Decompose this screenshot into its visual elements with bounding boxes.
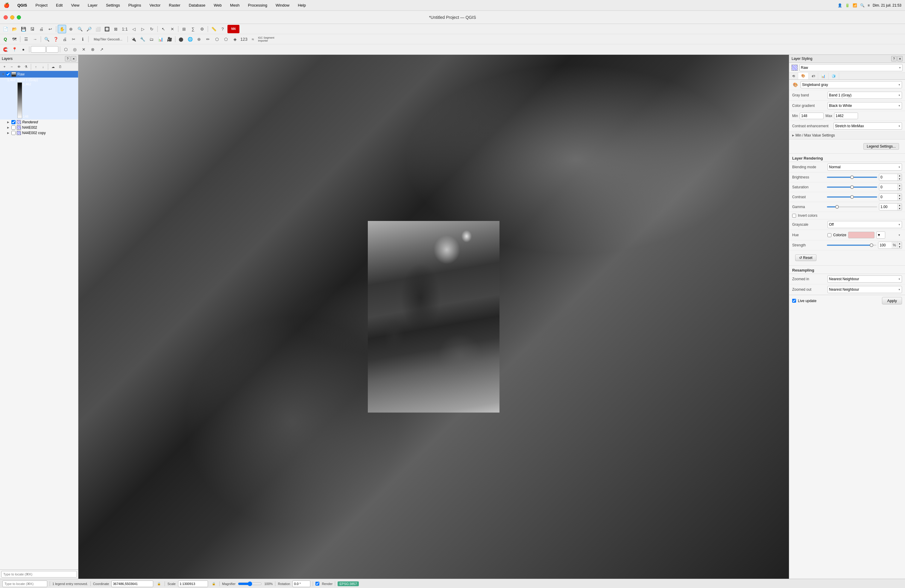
menu-settings[interactable]: Settings: [104, 2, 122, 8]
layer-raw[interactable]: ▼ Raw: [0, 71, 78, 78]
contrast-enhancement-selector[interactable]: Stretch to MinMax: [834, 122, 902, 130]
enable-snapping-btn[interactable]: 📍: [10, 45, 19, 54]
map-canvas[interactable]: [78, 55, 789, 579]
brightness-down[interactable]: ▼: [897, 177, 902, 181]
add-layer-btn[interactable]: +: [1, 64, 8, 70]
zoomed-out-select[interactable]: Nearest Neighbour Bilinear Cubic: [827, 286, 902, 293]
expand-raw[interactable]: ▼: [2, 73, 5, 76]
magnifier-slider[interactable]: [238, 582, 262, 586]
current-layer-selector[interactable]: Raw: [799, 64, 903, 71]
layer-rendered[interactable]: ▶ Rendered: [0, 119, 78, 125]
invert-colors-checkbox[interactable]: [792, 214, 796, 218]
gamma-up[interactable]: ▲: [897, 203, 902, 207]
identify-btn[interactable]: ❓: [51, 35, 60, 43]
filter-layer-btn[interactable]: ⚗: [23, 64, 29, 70]
layer-down-btn[interactable]: ↓: [40, 64, 46, 70]
control-center-icon[interactable]: ≡: [868, 3, 870, 8]
snap-unit-input[interactable]: px: [46, 46, 58, 53]
select-feature-btn[interactable]: ↖: [159, 25, 168, 33]
hue-dropdown[interactable]: ▼: [876, 231, 902, 238]
ungroup-btn[interactable]: ☁: [50, 64, 56, 70]
hue-color-picker[interactable]: [848, 232, 875, 238]
save-project-btn[interactable]: 💾: [19, 25, 27, 33]
gpx-btn[interactable]: 🗺: [10, 35, 19, 43]
tab-diagrams[interactable]: 📊: [818, 73, 829, 79]
gamma-handle[interactable]: [835, 205, 839, 209]
new-project-btn[interactable]: 📄: [1, 25, 10, 33]
strength-input[interactable]: [878, 242, 892, 248]
strength-track[interactable]: [827, 245, 876, 246]
plugin2-btn[interactable]: 🔧: [138, 35, 147, 43]
nav3-btn[interactable]: ◈: [231, 35, 239, 43]
draw-btn[interactable]: ✏: [204, 35, 212, 43]
pan-to-btn[interactable]: ⊕: [67, 25, 75, 33]
coord-btn[interactable]: ⊕: [195, 35, 203, 43]
layer-n44e002-copy[interactable]: ▶ N44E002 copy: [0, 130, 78, 136]
contrast-up[interactable]: ▲: [897, 194, 902, 197]
colorize-checkbox[interactable]: [827, 233, 831, 237]
plugin1-btn[interactable]: 🔌: [129, 35, 138, 43]
scale-lock-btn[interactable]: 🔒: [210, 580, 217, 587]
open-attr-table-btn[interactable]: ⊞: [180, 25, 188, 33]
arrow-right-btn[interactable]: →: [31, 35, 39, 43]
saturation-handle[interactable]: [850, 185, 854, 189]
reset-btn[interactable]: ↺ Reset: [795, 254, 816, 261]
settings-btn[interactable]: ⚙: [198, 25, 206, 33]
menu-help[interactable]: Help: [296, 2, 308, 8]
nav4-btn[interactable]: ≈: [249, 35, 257, 43]
saturation-track[interactable]: [827, 186, 877, 188]
nav2-btn[interactable]: ⬠: [222, 35, 230, 43]
edit-btn[interactable]: ✂: [70, 35, 78, 43]
layer-n44e002[interactable]: ▶ N44E002: [0, 125, 78, 130]
scale-input[interactable]: [178, 580, 208, 587]
gamma-down[interactable]: ▼: [897, 207, 902, 210]
menu-raster[interactable]: Raster: [167, 2, 182, 8]
zoomed-out-selector[interactable]: Nearest Neighbour Bilinear Cubic: [827, 286, 902, 293]
rotation-input[interactable]: [292, 580, 310, 587]
render-checkbox[interactable]: [316, 582, 319, 586]
contrast-enhancement-select[interactable]: Stretch to MinMax: [834, 122, 902, 130]
deselect-btn[interactable]: ✕: [168, 25, 176, 33]
styling-close-btn[interactable]: ✕: [897, 56, 903, 61]
renderer-type-selector[interactable]: Singleband gray: [800, 81, 902, 88]
menu-vector[interactable]: Vector: [148, 2, 162, 8]
menu-view[interactable]: View: [69, 2, 81, 8]
n44e002-checkbox[interactable]: [11, 126, 16, 130]
panel-close-btn[interactable]: ✕: [71, 56, 76, 61]
saturation-input[interactable]: [879, 184, 897, 191]
snap-tolerance-input[interactable]: 12: [31, 46, 46, 53]
snapping-feature-btn[interactable]: ◎: [71, 45, 79, 54]
search-icon[interactable]: 🔍: [860, 3, 865, 8]
plugin4-btn[interactable]: 📊: [156, 35, 165, 43]
zoom-full-btn[interactable]: ⬜: [94, 25, 102, 33]
menu-layer[interactable]: Layer: [86, 2, 99, 8]
gray-band-select[interactable]: Band 1 (Gray): [827, 92, 902, 99]
menu-mesh[interactable]: Mesh: [229, 2, 241, 8]
zoomed-in-selector[interactable]: Nearest Neighbour Bilinear Cubic: [827, 275, 902, 283]
gamma-input[interactable]: [879, 203, 897, 210]
intersect-btn[interactable]: ⊗: [89, 45, 97, 54]
hue-select[interactable]: ▼: [876, 231, 885, 238]
blending-mode-selector[interactable]: Normal: [827, 164, 902, 171]
close-button[interactable]: [3, 15, 8, 19]
n44e002-copy-checkbox[interactable]: [11, 131, 16, 135]
rendered-checkbox[interactable]: [11, 120, 16, 124]
measure-btn[interactable]: 📏: [210, 25, 218, 33]
recording-btn[interactable]: 🎥: [165, 35, 173, 43]
tab-history[interactable]: ⟲: [789, 73, 798, 79]
brightness-track[interactable]: [827, 176, 877, 178]
locate-bar-input[interactable]: [2, 580, 47, 587]
attributes-btn[interactable]: ☰: [22, 35, 30, 43]
min-max-settings-section[interactable]: ▶ Min / Max Value Settings: [789, 132, 905, 140]
brightness-input[interactable]: [879, 174, 897, 181]
raw-checkbox[interactable]: [6, 72, 10, 76]
brightness-up[interactable]: ▲: [897, 174, 902, 177]
contrast-handle[interactable]: [850, 195, 854, 199]
minimize-button[interactable]: [10, 15, 14, 19]
menu-qgis[interactable]: QGIS: [16, 2, 29, 8]
max-input[interactable]: [834, 113, 858, 119]
tab-symbology[interactable]: 🎨: [798, 73, 809, 79]
menu-plugins[interactable]: Plugins: [127, 2, 143, 8]
brightness-handle[interactable]: [850, 175, 854, 179]
menu-window[interactable]: Window: [274, 2, 291, 8]
